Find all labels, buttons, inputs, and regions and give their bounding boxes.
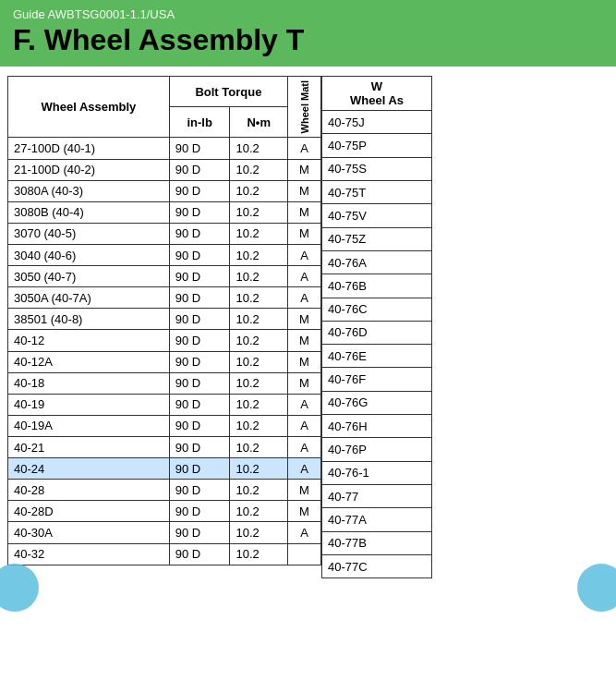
cell-assembly-right: 40-76G bbox=[322, 391, 432, 414]
cell-matl: M bbox=[288, 372, 321, 394]
cell-assembly-right: 40-75S bbox=[322, 157, 432, 180]
cell-in-lb: 90 D bbox=[169, 287, 230, 309]
table-row: 40-30A90 D10.2A bbox=[8, 522, 321, 543]
table-row: 40-75J bbox=[322, 111, 432, 134]
cell-in-lb: 90 D bbox=[169, 309, 230, 330]
col-wheel-matl: Wheel Matl bbox=[288, 77, 321, 138]
cell-matl: A bbox=[288, 138, 321, 159]
cell-in-lb: 90 D bbox=[169, 201, 230, 223]
cell-matl: M bbox=[288, 330, 321, 351]
cell-matl: A bbox=[288, 245, 321, 266]
cell-assembly-right: 40-76H bbox=[322, 415, 432, 438]
cell-matl bbox=[288, 543, 321, 565]
col-wheel-assembly: Wheel Assembly bbox=[8, 77, 170, 138]
table-row: 40-75P bbox=[322, 134, 432, 157]
cell-assembly-right: 40-77 bbox=[322, 485, 432, 508]
table-row: 40-77B bbox=[322, 531, 432, 554]
cell-assembly: 3050A (40-7A) bbox=[8, 287, 170, 309]
table-row: 40-76B bbox=[322, 274, 432, 298]
table-row: 40-76D bbox=[322, 321, 432, 344]
cell-assembly-right: 40-76P bbox=[322, 438, 432, 461]
cell-matl: A bbox=[288, 287, 321, 309]
table-row: 40-77A bbox=[322, 508, 432, 531]
cell-assembly: 40-19A bbox=[8, 415, 170, 436]
table-row: 40-75Z bbox=[322, 227, 432, 250]
table-row: 40-76P bbox=[322, 438, 432, 461]
table-row: 3040 (40-6)90 D10.2A bbox=[8, 245, 321, 266]
table-section: Wheel Assembly Bolt Torque Wheel Matl in… bbox=[0, 67, 616, 553]
cell-assembly: 3080A (40-3) bbox=[8, 180, 170, 201]
right-table-body: 40-75J40-75P40-75S40-75T40-75V40-75Z40-7… bbox=[322, 111, 432, 578]
cell-assembly-right: 40-75P bbox=[322, 134, 432, 157]
cell-in-lb: 90 D bbox=[169, 436, 230, 457]
cell-assembly-right: 40-76F bbox=[322, 368, 432, 391]
cell-in-lb: 90 D bbox=[169, 351, 230, 372]
cell-assembly: 40-28 bbox=[8, 480, 170, 501]
table-row: 40-2890 D10.2M bbox=[8, 480, 321, 501]
cell-nm: 10.2 bbox=[230, 245, 288, 266]
table-row: 40-77C bbox=[322, 554, 432, 578]
cell-in-lb: 90 D bbox=[169, 480, 230, 501]
cell-nm: 10.2 bbox=[230, 266, 288, 287]
left-table-body: 27-100D (40-1)90 D10.2A21-100D (40-2)90 … bbox=[8, 138, 321, 565]
cell-matl: M bbox=[288, 180, 321, 201]
cell-matl: A bbox=[288, 394, 321, 415]
cell-assembly-right: 40-75V bbox=[322, 204, 432, 227]
cell-assembly: 40-18 bbox=[8, 372, 170, 394]
table-row: 40-75V bbox=[322, 204, 432, 227]
prev-nav-circle[interactable] bbox=[0, 564, 39, 612]
cell-nm: 10.2 bbox=[230, 372, 288, 394]
cell-assembly: 40-30A bbox=[8, 522, 170, 543]
table-row: 3080A (40-3)90 D10.2M bbox=[8, 180, 321, 201]
cell-assembly: 40-24 bbox=[8, 458, 170, 480]
table-row: 40-2490 D10.2A bbox=[8, 458, 321, 480]
cell-in-lb: 90 D bbox=[169, 372, 230, 394]
cell-assembly-right: 40-75T bbox=[322, 180, 432, 203]
cell-assembly-right: 40-76E bbox=[322, 345, 432, 368]
cell-assembly: 40-19 bbox=[8, 394, 170, 415]
table-row: 40-76A bbox=[322, 250, 432, 274]
col-nm: N•m bbox=[230, 107, 288, 138]
cell-assembly: 3050 (40-7) bbox=[8, 266, 170, 287]
cell-assembly-right: 40-76A bbox=[322, 250, 432, 274]
cell-matl: M bbox=[288, 159, 321, 180]
cell-matl: A bbox=[288, 436, 321, 457]
table-row: 40-12A90 D10.2M bbox=[8, 351, 321, 372]
cell-assembly: 3070 (40-5) bbox=[8, 223, 170, 244]
table-row: 21-100D (40-2)90 D10.2M bbox=[8, 159, 321, 180]
table-row: 40-1290 D10.2M bbox=[8, 330, 321, 351]
table-row: 40-1890 D10.2M bbox=[8, 372, 321, 394]
cell-nm: 10.2 bbox=[230, 501, 288, 522]
cell-in-lb: 90 D bbox=[169, 245, 230, 266]
table-row: 40-28D90 D10.2M bbox=[8, 501, 321, 522]
cell-in-lb: 90 D bbox=[169, 522, 230, 543]
cell-matl: A bbox=[288, 266, 321, 287]
cell-nm: 10.2 bbox=[230, 415, 288, 436]
cell-assembly: 40-12A bbox=[8, 351, 170, 372]
cell-assembly-right: 40-77C bbox=[322, 554, 432, 578]
table-row: 40-75S bbox=[322, 157, 432, 180]
cell-nm: 10.2 bbox=[230, 138, 288, 159]
table-row: 40-75T bbox=[322, 180, 432, 203]
col-in-lb: in-lb bbox=[169, 107, 230, 138]
cell-matl: M bbox=[288, 223, 321, 244]
cell-in-lb: 90 D bbox=[169, 501, 230, 522]
cell-nm: 10.2 bbox=[230, 458, 288, 480]
cell-in-lb: 90 D bbox=[169, 138, 230, 159]
cell-assembly: 40-28D bbox=[8, 501, 170, 522]
cell-nm: 10.2 bbox=[230, 351, 288, 372]
cell-nm: 10.2 bbox=[230, 436, 288, 457]
cell-nm: 10.2 bbox=[230, 522, 288, 543]
table-row: 40-3290 D10.2 bbox=[8, 543, 321, 565]
table-row: 40-76E bbox=[322, 345, 432, 368]
cell-in-lb: 90 D bbox=[169, 159, 230, 180]
cell-in-lb: 90 D bbox=[169, 330, 230, 351]
cell-assembly: 3080B (40-4) bbox=[8, 201, 170, 223]
cell-nm: 10.2 bbox=[230, 223, 288, 244]
cell-matl: A bbox=[288, 522, 321, 543]
cell-in-lb: 90 D bbox=[169, 394, 230, 415]
next-nav-circle[interactable] bbox=[577, 564, 616, 612]
cell-assembly: 38501 (40-8) bbox=[8, 309, 170, 330]
cell-assembly: 21-100D (40-2) bbox=[8, 159, 170, 180]
table-row: 38501 (40-8)90 D10.2M bbox=[8, 309, 321, 330]
